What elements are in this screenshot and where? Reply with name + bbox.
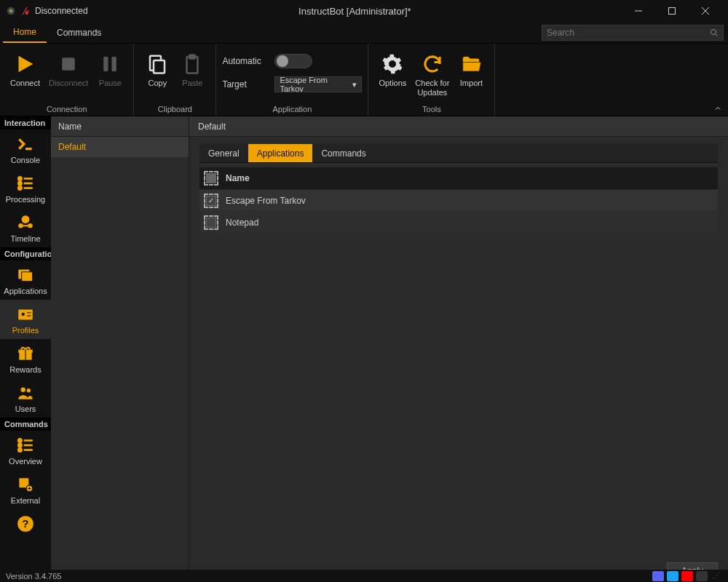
nav-applications[interactable]: Applications xyxy=(0,260,51,300)
nav-rewards[interactable]: Rewards xyxy=(0,339,51,378)
check-updates-button[interactable]: Check for Updates xyxy=(411,48,454,100)
paste-button: Paste xyxy=(175,48,210,91)
target-value: Escape From Tarkov xyxy=(280,76,352,93)
svg-point-16 xyxy=(18,177,21,180)
youtube-icon[interactable] xyxy=(681,571,693,581)
group-application: Application xyxy=(216,103,368,116)
refresh-icon xyxy=(419,51,446,77)
automatic-label: Automatic xyxy=(222,56,269,66)
statusbar: Version 3.4.765 ⋰ xyxy=(0,570,728,582)
profiles-list: Name Default Add Remove xyxy=(51,116,189,582)
nav-help[interactable]: ? xyxy=(0,509,51,538)
external-icon xyxy=(15,474,36,495)
tab-general[interactable]: General xyxy=(199,144,248,162)
row-name: Escape From Tarkov xyxy=(226,196,306,206)
detail-panel: Default General Applications Commands Na… xyxy=(189,116,728,582)
collapse-ribbon-icon[interactable] xyxy=(713,104,722,113)
search-input[interactable] xyxy=(547,28,710,38)
grid-row[interactable]: Escape From Tarkov xyxy=(199,189,718,211)
search-icon xyxy=(710,28,719,37)
ribbon: Connect Disconnect Pause Connection Copy… xyxy=(0,44,728,116)
row-checkbox[interactable] xyxy=(204,215,218,230)
nav-profiles[interactable]: Profiles xyxy=(0,300,51,339)
svg-point-25 xyxy=(28,224,31,227)
menubar: Home Commands xyxy=(0,22,728,44)
tray-icon[interactable] xyxy=(696,571,708,581)
svg-rect-3 xyxy=(28,10,29,12)
paste-icon xyxy=(179,51,205,77)
automatic-toggle[interactable] xyxy=(274,54,312,68)
gift-icon xyxy=(15,343,36,364)
nav-header-interaction: Interaction xyxy=(0,116,51,129)
help-icon: ? xyxy=(15,514,36,534)
target-select[interactable]: Escape From Tarkov ▾ xyxy=(274,76,362,92)
console-icon xyxy=(15,134,36,154)
target-label: Target xyxy=(222,79,269,89)
row-name: Notepad xyxy=(226,218,258,228)
users-icon xyxy=(15,383,36,403)
disconnect-button: Disconnect xyxy=(44,48,92,91)
version-label: Version 3.4.765 xyxy=(6,572,61,581)
import-button[interactable]: Import xyxy=(454,48,488,91)
row-checkbox[interactable] xyxy=(204,194,218,208)
svg-point-18 xyxy=(18,182,21,185)
copy-button[interactable]: Copy xyxy=(140,48,175,91)
svg-point-1 xyxy=(9,9,13,13)
tab-home[interactable]: Home xyxy=(3,22,47,43)
group-tools: Tools xyxy=(368,103,494,116)
select-all-checkbox[interactable] xyxy=(204,171,218,186)
window-title: InstructBot [Administrator]* xyxy=(88,6,622,17)
svg-point-24 xyxy=(19,224,22,227)
nav-overview[interactable]: Overview xyxy=(0,431,51,470)
nav-external[interactable]: External xyxy=(0,470,51,509)
svg-point-29 xyxy=(22,313,25,316)
svg-point-35 xyxy=(21,387,26,392)
minimize-button[interactable] xyxy=(622,0,655,22)
svg-rect-12 xyxy=(112,57,116,71)
grid-row[interactable]: Notepad xyxy=(199,211,718,233)
resize-grip-icon[interactable]: ⋰ xyxy=(711,571,722,581)
id-card-icon xyxy=(15,304,36,324)
folder-open-icon xyxy=(458,51,484,77)
svg-point-22 xyxy=(23,216,29,223)
maximize-button[interactable] xyxy=(655,0,689,22)
nav-timeline[interactable]: Timeline xyxy=(0,208,51,247)
nav-users[interactable]: Users xyxy=(0,378,51,418)
timeline-icon xyxy=(15,212,36,233)
grid-col-name: Name xyxy=(226,173,250,183)
svg-text:?: ? xyxy=(22,517,28,530)
options-button[interactable]: Options xyxy=(374,48,411,91)
list2-icon xyxy=(15,435,36,455)
profiles-header: Name xyxy=(51,116,189,137)
nav-console[interactable]: Console xyxy=(0,129,51,169)
connection-status: Disconnected xyxy=(35,6,88,16)
window-icon xyxy=(15,265,36,285)
profile-item[interactable]: Default xyxy=(51,137,189,157)
group-connection: Connection xyxy=(0,103,133,116)
play-icon xyxy=(12,51,38,77)
connect-button[interactable]: Connect xyxy=(6,48,44,91)
titlebar: Disconnected InstructBot [Administrator]… xyxy=(0,0,728,22)
svg-point-37 xyxy=(18,439,21,442)
stop-icon xyxy=(55,51,82,77)
search-box[interactable] xyxy=(542,25,724,41)
applications-grid: Name Escape From Tarkov Notepad xyxy=(199,167,718,233)
svg-line-9 xyxy=(716,34,718,36)
detail-tabs: General Applications Commands xyxy=(199,144,718,163)
svg-rect-13 xyxy=(154,60,165,73)
detail-title: Default xyxy=(189,116,728,137)
svg-rect-27 xyxy=(22,272,33,282)
tab-detail-commands[interactable]: Commands xyxy=(312,144,374,162)
tab-commands[interactable]: Commands xyxy=(47,22,111,43)
nav-header-configuration: Configuration xyxy=(0,247,51,260)
discord-icon[interactable] xyxy=(652,571,664,581)
pause-icon xyxy=(97,51,123,77)
tab-applications[interactable]: Applications xyxy=(248,144,313,162)
nav-processing[interactable]: Processing xyxy=(0,169,51,208)
svg-rect-5 xyxy=(669,8,676,15)
twitter-icon[interactable] xyxy=(667,571,678,581)
svg-point-8 xyxy=(711,30,716,35)
close-button[interactable] xyxy=(689,0,722,22)
svg-rect-11 xyxy=(104,57,108,71)
list-icon xyxy=(15,173,36,194)
